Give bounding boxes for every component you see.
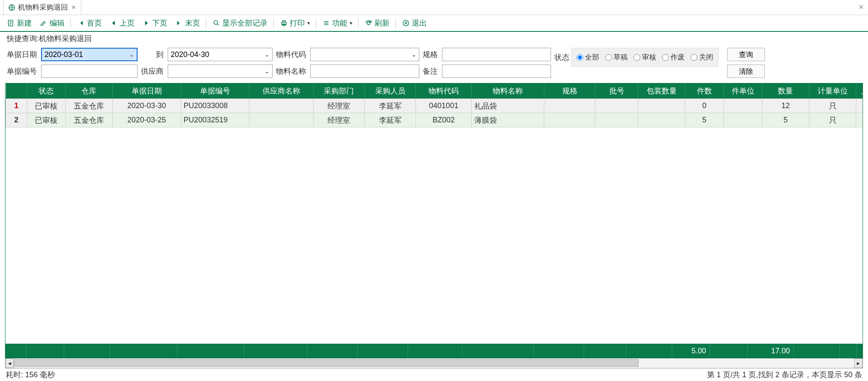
label-matname: 物料名称	[276, 66, 307, 76]
chevron-down-icon[interactable]: ⌄	[265, 68, 270, 75]
exit-button[interactable]: 退出	[398, 16, 430, 30]
separator	[395, 18, 396, 28]
col-unit[interactable]: 计量单位	[809, 83, 856, 99]
print-button[interactable]: 打印▾	[276, 16, 313, 30]
cell-dept: 经理室	[313, 99, 364, 113]
col-extra[interactable]: 月	[856, 83, 863, 99]
label-matcode: 物料代码	[276, 49, 307, 60]
supplier-input[interactable]: ⌄	[168, 65, 273, 78]
chevron-down-icon: ▾	[307, 20, 310, 26]
chevron-down-icon[interactable]: ⌄	[129, 51, 134, 58]
chevron-down-icon[interactable]: ⌄	[411, 51, 416, 58]
col-supplier[interactable]: 供应商名称	[249, 83, 313, 99]
col-person[interactable]: 采购人员	[365, 83, 416, 99]
cell-pcs: 0	[685, 99, 724, 113]
cell-status: 已审核	[27, 113, 65, 127]
col-pcsunit[interactable]: 件单位	[724, 83, 762, 99]
function-button[interactable]: 功能▾	[319, 16, 356, 30]
scroll-left-icon[interactable]: ◄	[5, 358, 14, 368]
scroll-right-icon[interactable]: ►	[854, 358, 863, 368]
cell-pcsunit	[724, 113, 762, 127]
cell-batch	[595, 99, 638, 113]
search-form: 单据日期 ⌄ 到 ⌄ 物料代码 ⌄ 规格 单据编号 供应商 ⌄ 物料名称 备注 …	[0, 45, 868, 83]
col-docdate[interactable]: 单据日期	[112, 83, 181, 99]
spec-input[interactable]	[442, 48, 551, 61]
cell-supplier	[249, 113, 313, 127]
cell-qty: 12	[762, 99, 809, 113]
col-warehouse[interactable]: 仓库	[65, 83, 112, 99]
next-page-button[interactable]: 下页	[139, 16, 171, 30]
status-pagination: 第 1 页/共 1 页,找到 2 条记录，本页显示 50 条	[707, 370, 862, 380]
col-spec[interactable]: 规格	[544, 83, 595, 99]
label-to: 到	[141, 49, 164, 60]
cell-unit: 只	[809, 99, 856, 113]
status-elapsed: 耗时: 156 毫秒	[6, 370, 55, 380]
matcode-input[interactable]: ⌄	[310, 48, 419, 61]
new-button[interactable]: 新建	[3, 16, 35, 30]
tab-close-icon[interactable]: ×	[70, 4, 77, 11]
col-rownum[interactable]	[6, 83, 27, 99]
label-status: 状态	[554, 52, 569, 62]
first-page-button[interactable]: 首页	[73, 16, 105, 30]
query-button[interactable]: 查询	[727, 48, 765, 61]
col-matcode[interactable]: 物料代码	[416, 83, 471, 99]
cell-docno: PU20032519	[181, 113, 249, 127]
remark-input[interactable]	[442, 65, 551, 78]
cell-supplier	[249, 99, 313, 113]
cell-pcsunit	[724, 99, 762, 113]
prev-page-button[interactable]: 上页	[106, 16, 138, 30]
cell-rownum: 1	[6, 99, 27, 113]
svg-rect-4	[283, 21, 285, 22]
new-icon	[7, 19, 15, 27]
col-batch[interactable]: 批号	[595, 83, 638, 99]
date-start-input[interactable]: ⌄	[41, 48, 138, 61]
status-bar: 耗时: 156 毫秒 第 1 页/共 1 页,找到 2 条记录，本页显示 50 …	[0, 368, 868, 381]
status-draft[interactable]: 草稿	[605, 52, 628, 62]
print-icon	[280, 19, 288, 27]
table-row[interactable]: 2已审核五金仓库2020-03-25PU20032519经理室李延军BZ002薄…	[6, 113, 863, 127]
show-all-button[interactable]: 显示全部记录	[209, 16, 271, 30]
col-qty[interactable]: 数量	[762, 83, 809, 99]
cell-matcode: BZ002	[416, 113, 471, 127]
search-icon	[212, 19, 221, 27]
table-header-row: 状态 仓库 单据日期 单据编号 供应商名称 采购部门 采购人员 物料代码 物料名…	[6, 83, 863, 99]
col-status[interactable]: 状态	[27, 83, 65, 99]
col-dept[interactable]: 采购部门	[313, 83, 364, 99]
chevron-down-icon: ▾	[350, 20, 352, 26]
globe-icon	[8, 4, 16, 11]
last-page-button[interactable]: 末页	[172, 16, 203, 30]
chevron-down-icon[interactable]: ⌄	[265, 51, 270, 58]
col-pack[interactable]: 包装数量	[638, 83, 685, 99]
status-all[interactable]: 全部	[577, 52, 599, 62]
cell-docdate: 2020-03-30	[112, 99, 181, 113]
cell-qty: 5	[762, 113, 809, 127]
cell-pcs: 5	[685, 113, 724, 127]
cell-extra	[856, 99, 863, 113]
col-pcs[interactable]: 件数	[685, 83, 724, 99]
scroll-thumb[interactable]	[14, 359, 639, 367]
status-audit[interactable]: 审核	[634, 52, 656, 62]
cell-person: 李延军	[365, 99, 416, 113]
status-close[interactable]: 关闭	[691, 52, 713, 62]
refresh-button[interactable]: 刷新	[361, 16, 393, 30]
date-end-input[interactable]: ⌄	[168, 48, 273, 61]
table-row[interactable]: 1已审核五金仓库2020-03-30PU20033008经理室李延军040100…	[6, 99, 863, 113]
separator	[70, 18, 71, 28]
col-docno[interactable]: 单据编号	[181, 83, 249, 99]
col-matname[interactable]: 物料名称	[471, 83, 544, 99]
matname-input[interactable]	[310, 65, 419, 78]
docno-input[interactable]	[41, 65, 138, 78]
clear-button[interactable]: 清除	[727, 65, 765, 78]
label-docno: 单据编号	[7, 66, 38, 76]
horizontal-scrollbar[interactable]: ◄ ►	[5, 358, 863, 368]
tab-active[interactable]: 机物料采购退回 ×	[3, 0, 81, 15]
edit-button[interactable]: 编辑	[36, 16, 68, 30]
panel-title: 快捷查询:机物料采购退回	[0, 32, 868, 45]
cell-pack	[638, 113, 685, 127]
cell-batch	[595, 113, 638, 127]
status-void[interactable]: 作废	[662, 52, 685, 62]
label-remark: 备注	[423, 66, 439, 76]
status-radio-group: 全部 草稿 审核 作废 关闭	[571, 48, 719, 67]
cell-status: 已审核	[27, 99, 65, 113]
window-close-icon[interactable]: ×	[858, 2, 864, 13]
